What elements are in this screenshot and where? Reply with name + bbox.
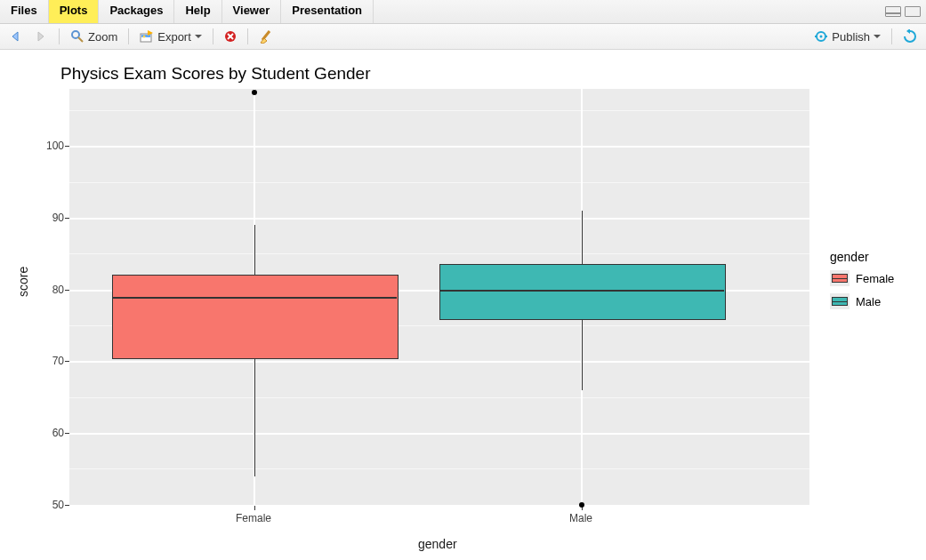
y-tick <box>65 361 69 362</box>
y-tick <box>65 433 69 434</box>
clear-all-button[interactable] <box>255 28 277 45</box>
legend-label: Male <box>856 295 881 308</box>
y-tick-label: 100 <box>40 140 64 152</box>
legend-label: Female <box>856 272 894 285</box>
export-label: Export <box>157 30 191 44</box>
legend-key-female <box>830 270 850 286</box>
gridline <box>69 361 809 363</box>
export-button[interactable]: Export <box>136 28 205 45</box>
gridline-minor <box>69 397 809 398</box>
export-icon <box>140 29 154 44</box>
tab-files[interactable]: Files <box>0 0 49 23</box>
y-tick-label: 60 <box>46 427 64 439</box>
nav-forward-button[interactable] <box>30 28 52 45</box>
box-whisker <box>582 318 583 390</box>
svg-point-0 <box>72 31 79 38</box>
nav-back-button[interactable] <box>5 28 27 45</box>
boxplot-male <box>439 264 726 320</box>
zoom-button[interactable]: Zoom <box>67 28 121 45</box>
box-median <box>112 297 397 299</box>
x-axis-title: gender <box>418 537 457 551</box>
maximize-pane-icon[interactable] <box>905 6 921 17</box>
y-tick-label: 80 <box>46 284 64 296</box>
outlier-point <box>579 502 584 508</box>
tab-packages[interactable]: Packages <box>99 0 174 23</box>
gridline <box>69 218 809 220</box>
broom-icon <box>259 29 273 44</box>
legend-key-male <box>830 293 850 309</box>
outlier-point <box>252 90 257 95</box>
remove-plot-button[interactable] <box>221 28 240 44</box>
legend-title: gender <box>830 250 869 264</box>
gridline <box>69 505 809 507</box>
toolbar-separator <box>247 28 248 44</box>
chart-title: Physics Exam Scores by Student Gender <box>60 64 371 84</box>
gridline-minor <box>69 468 809 469</box>
gridline <box>69 146 809 148</box>
y-tick <box>65 146 69 147</box>
publish-label: Publish <box>832 30 870 44</box>
y-tick <box>65 218 69 219</box>
minimize-pane-icon[interactable] <box>885 6 901 17</box>
magnifier-icon <box>70 29 85 44</box>
x-tick-label: Male <box>569 512 592 524</box>
plot-area: Physics Exam Scores by Student Gender sc… <box>0 50 926 560</box>
toolbar-separator <box>128 28 129 44</box>
box-whisker <box>582 211 583 264</box>
gridline-minor <box>69 253 809 254</box>
x-tick <box>254 506 255 510</box>
boxplot-female <box>112 275 399 359</box>
y-tick <box>65 505 69 506</box>
y-tick-label: 90 <box>46 212 64 224</box>
svg-point-10 <box>820 36 823 38</box>
svg-point-4 <box>143 36 146 38</box>
gridline-minor <box>69 110 809 111</box>
tab-presentation[interactable]: Presentation <box>281 0 374 23</box>
toolbar-separator <box>59 28 60 44</box>
y-tick-label: 70 <box>46 355 64 367</box>
refresh-icon <box>903 29 917 44</box>
box-whisker <box>254 357 255 476</box>
toolbar-separator <box>213 28 213 44</box>
arrow-left-icon <box>9 29 23 44</box>
publish-button[interactable]: Publish <box>810 28 884 45</box>
remove-icon <box>224 30 237 43</box>
tab-plots[interactable]: Plots <box>49 0 100 23</box>
tab-help[interactable]: Help <box>174 0 221 23</box>
chevron-down-icon <box>195 33 202 40</box>
publish-icon <box>814 29 828 44</box>
svg-line-1 <box>78 37 83 42</box>
x-tick-label: Female <box>236 512 271 524</box>
y-axis-title: score <box>16 267 30 297</box>
box-whisker <box>254 225 255 275</box>
box-median <box>439 290 724 292</box>
chevron-down-icon <box>874 33 881 40</box>
arrow-right-icon <box>34 29 48 44</box>
gridline-minor <box>69 182 809 183</box>
y-tick <box>65 290 69 291</box>
refresh-button[interactable] <box>899 28 921 45</box>
svg-rect-3 <box>141 35 150 37</box>
toolbar-separator <box>891 28 892 44</box>
gridline <box>69 433 809 435</box>
y-tick-label: 50 <box>46 499 64 511</box>
zoom-label: Zoom <box>88 30 117 44</box>
tab-viewer[interactable]: Viewer <box>222 0 282 23</box>
